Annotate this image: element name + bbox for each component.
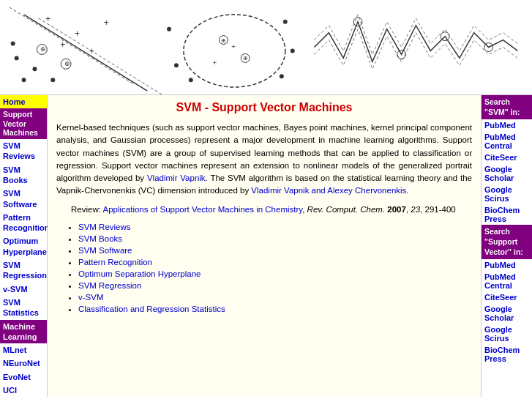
svg-point-21: [189, 78, 193, 82]
list-item: SVM Books: [78, 233, 472, 245]
bullet-link-pattern[interactable]: Pattern Recognition: [78, 258, 152, 266]
sidebar-item-evonet[interactable]: EvoNet: [0, 370, 47, 384]
vapnik-chervonenkis-link[interactable]: Vladimir Vapnik and Alexey Chervonenkis: [251, 186, 406, 195]
list-item: SVM Software: [78, 245, 472, 256]
sidebar-item-v-svm[interactable]: v-SVM: [0, 283, 47, 296]
sidebar-item-svm-regression[interactable]: SVM Regression: [0, 258, 47, 283]
list-item: SVM Regression: [78, 280, 472, 291]
bullet-link-vsvm[interactable]: v-SVM: [78, 293, 104, 302]
review-prefix: Review:: [71, 205, 102, 214]
svg-text:⊕: ⊕: [221, 37, 226, 44]
sidebar-item-svm-software[interactable]: SVM Software: [0, 187, 47, 211]
svg-text:⊕: ⊕: [40, 45, 46, 53]
review-journal: , Rev. Comput. Chem. 2007, 23, 291-400: [302, 205, 456, 214]
review-item: Review: Applications of Support Vector M…: [71, 205, 472, 214]
right-link-citeseer2[interactable]: CiteSeer: [482, 291, 532, 303]
right-link-google1[interactable]: Google Scholar: [482, 163, 532, 184]
main-layout: Home SupportVectorMachines SVM Reviews S…: [0, 95, 532, 397]
list-item: Classification and Regression Statistics: [78, 303, 472, 315]
sidebar-item-pattern-recognition[interactable]: Pattern Recognition: [0, 211, 47, 235]
main-content: SVM - Support Vector Machines Kernel-bas…: [48, 95, 481, 397]
bullet-link-reviews[interactable]: SVM Reviews: [78, 223, 131, 231]
right-link-pubmedcentral2[interactable]: PubMed Central: [482, 271, 532, 291]
sidebar-item-optimum-hyperplane[interactable]: Optimum Hyperplane: [0, 234, 47, 258]
sidebar-item-machine-learning[interactable]: Machine Learning: [0, 320, 47, 344]
bullet-list: SVM Reviews SVM Books SVM Software Patte…: [78, 221, 472, 315]
svg-text:+: +: [60, 40, 65, 50]
right-link-googlescirus1[interactable]: Google Scirus: [482, 184, 532, 204]
left-sidebar: Home SupportVectorMachines SVM Reviews S…: [0, 95, 48, 397]
svg-text:⊕: ⊕: [243, 55, 248, 61]
intro-paragraph: Kernel-based techniques (such as support…: [56, 122, 472, 198]
review-link[interactable]: Applications of Support Vector Machines …: [102, 205, 302, 214]
right-link-citeseer1[interactable]: CiteSeer: [482, 152, 532, 163]
svg-point-22: [283, 20, 288, 24]
right-sidebar: Search"SVM" in: PubMed PubMed Central Ci…: [481, 95, 532, 397]
right-link-pubmed2[interactable]: PubMed: [482, 259, 532, 271]
svg-point-19: [167, 27, 171, 31]
sidebar-item-uci[interactable]: UCI: [0, 384, 47, 397]
svg-text:+: +: [75, 29, 80, 39]
list-item: Optimum Separation Hyperplane: [78, 268, 472, 280]
sidebar-item-svm-books[interactable]: SVM Books: [0, 163, 47, 187]
right-link-pubmed1[interactable]: PubMed: [482, 119, 532, 131]
header-banner: + + + + + ⊕ ⊕ ⊕ ⊕ + +: [0, 0, 532, 95]
list-item: Pattern Recognition: [78, 256, 472, 268]
page-title: SVM - Support Vector Machines: [56, 101, 472, 114]
bullet-link-software[interactable]: SVM Software: [78, 246, 132, 255]
bullet-link-hyperplane[interactable]: Optimum Separation Hyperplane: [78, 269, 201, 278]
svg-point-12: [22, 78, 26, 82]
sidebar-item-mlnet[interactable]: MLnet: [0, 343, 47, 357]
svg-point-11: [50, 78, 55, 82]
vapnik-link[interactable]: Vladimir Vapnik: [147, 174, 206, 182]
right-link-pubmedcentral1[interactable]: PubMed Central: [482, 131, 532, 152]
list-item: v-SVM: [78, 291, 472, 303]
sidebar-item-home[interactable]: Home: [0, 95, 47, 108]
list-item: SVM Reviews: [78, 221, 472, 233]
svg-text:+: +: [104, 18, 109, 28]
bullet-link-books[interactable]: SVM Books: [78, 234, 122, 243]
svg-point-20: [174, 63, 179, 67]
svg-rect-0: [2, 0, 530, 94]
sidebar-item-svm-reviews[interactable]: SVM Reviews: [0, 139, 47, 163]
bullet-link-regression[interactable]: SVM Regression: [78, 281, 141, 290]
right-section1-header: Search"SVM" in:: [482, 95, 532, 119]
svg-point-13: [11, 42, 15, 46]
sidebar-item-svm-main[interactable]: SupportVectorMachines: [0, 108, 47, 139]
right-link-google2[interactable]: Google Scholar: [482, 303, 532, 324]
svg-point-9: [15, 56, 19, 60]
bullet-link-stats[interactable]: Classification and Regression Statistics: [78, 305, 225, 313]
right-link-biochempress2[interactable]: BioChem Press: [482, 344, 532, 365]
svg-text:+: +: [213, 59, 217, 67]
right-link-biochempress1[interactable]: BioChem Press: [482, 204, 532, 225]
svg-point-10: [32, 67, 37, 71]
right-link-googlescirus2[interactable]: Google Scirus: [482, 324, 532, 344]
svg-text:+: +: [45, 14, 50, 24]
svg-text:⊕: ⊕: [64, 60, 70, 67]
sidebar-item-neuronet[interactable]: NEuroNet: [0, 357, 47, 370]
svg-point-24: [280, 74, 284, 78]
svg-text:+: +: [231, 42, 236, 51]
right-section2-header: Search "Support Vector" in:: [482, 225, 532, 259]
svg-point-23: [291, 48, 295, 53]
svg-text:+: +: [89, 46, 94, 56]
sidebar-item-svm-statistics[interactable]: SVM Statistics: [0, 296, 47, 320]
